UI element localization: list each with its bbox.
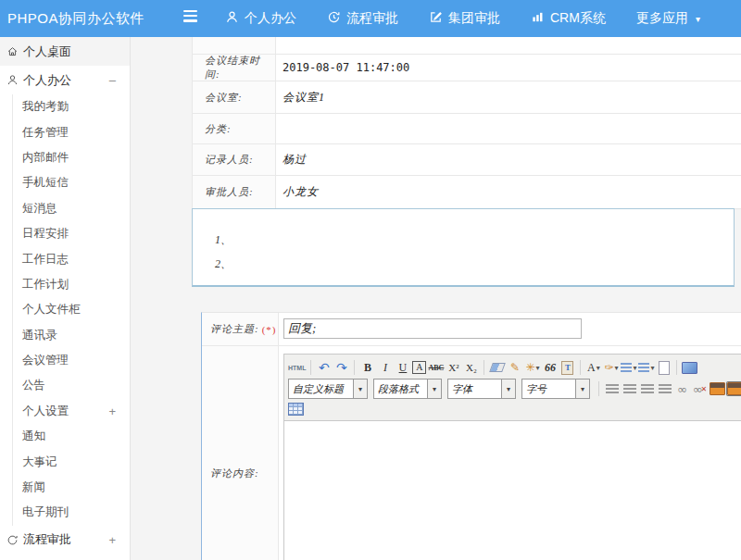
sidebar-item-personal-desktop[interactable]: 个人桌面 xyxy=(0,37,130,66)
sidebar-item-news[interactable]: 新闻 xyxy=(13,475,130,500)
nav-item-crm[interactable]: CRM系统 xyxy=(531,10,606,27)
sidebar-item-contacts[interactable]: 通讯录 xyxy=(13,323,130,348)
blockquote-button[interactable]: 66 xyxy=(542,359,558,376)
link-button[interactable]: ∞ xyxy=(674,380,690,397)
format-painter-button[interactable]: ✎ xyxy=(507,359,522,376)
subscript-button[interactable]: X₂ xyxy=(463,359,479,376)
align-left-icon xyxy=(606,384,619,394)
sidebar-item-e-journal[interactable]: 电子期刊 xyxy=(13,500,130,525)
nav-item-more-apps[interactable]: 更多应用 ▾ xyxy=(636,10,700,27)
nav-label: 个人办公 xyxy=(245,10,296,27)
ordered-list-button[interactable]: ▾ xyxy=(621,359,636,376)
expand-icon[interactable]: + xyxy=(108,533,116,547)
paste-button[interactable]: T xyxy=(559,359,575,376)
person-icon xyxy=(6,74,19,86)
align-center-button[interactable] xyxy=(622,380,637,397)
highlight-button[interactable]: ✑▾ xyxy=(603,359,619,376)
sidebar-item-my-attendance[interactable]: 我的考勤 xyxy=(13,94,130,119)
unordered-list-icon xyxy=(638,363,649,373)
sidebar-item-announcement[interactable]: 公告 xyxy=(13,373,130,398)
comment-form: 评论主题: (*) 评论内容: HTML ↶ ↷ B I U A xyxy=(201,312,741,560)
quick-style-button[interactable]: ✳▾ xyxy=(524,359,540,376)
sidebar-item-meeting-management[interactable]: 会议管理 xyxy=(13,348,130,373)
monitor-icon xyxy=(682,362,697,374)
align-justify-button[interactable] xyxy=(657,380,672,397)
minutes-line: 1、 xyxy=(215,228,734,252)
font-color-button[interactable]: A▾ xyxy=(585,359,601,376)
table-row: 记录人员: 杨过 xyxy=(193,144,741,176)
hamburger-menu-icon[interactable] xyxy=(183,10,197,22)
font-family-select[interactable]: 字体▾ xyxy=(447,379,516,399)
sidebar-item-short-message[interactable]: 短消息 xyxy=(13,196,130,221)
rich-text-editor: HTML ↶ ↷ B I U A ABC X² X₂ ✎ ✳▾ 66 xyxy=(283,354,741,560)
comment-subject-input[interactable] xyxy=(283,318,582,339)
sidebar-item-internal-mail[interactable]: 内部邮件 xyxy=(13,145,130,170)
heading-select[interactable]: 自定义标题▾ xyxy=(288,379,368,399)
row-value xyxy=(276,37,741,54)
insert-table-button[interactable] xyxy=(288,401,304,417)
italic-button[interactable]: I xyxy=(377,359,393,376)
nav-item-workflow-approval[interactable]: 流程审批 xyxy=(327,10,398,27)
expand-icon[interactable]: + xyxy=(108,404,116,418)
redo-button[interactable]: ↷ xyxy=(333,359,349,376)
sidebar-item-task-management[interactable]: 任务管理 xyxy=(13,119,130,144)
recorder-value: 杨过 xyxy=(276,144,741,175)
bold-button[interactable]: B xyxy=(359,359,375,376)
sidebar-item-memorabilia[interactable]: 大事记 xyxy=(13,449,130,474)
sidebar-item-workflow-approval[interactable]: 流程审批 + xyxy=(0,526,130,554)
fullscreen-button[interactable] xyxy=(682,359,697,376)
sidebar-item-personal-office[interactable]: 个人办公 – xyxy=(0,66,130,94)
new-page-button[interactable] xyxy=(656,359,672,376)
sidebar-item-notification[interactable]: 通知 xyxy=(13,424,130,449)
eraser-icon xyxy=(489,363,506,372)
app-logo: PHPOA协同办公软件 xyxy=(0,10,176,28)
unordered-list-button[interactable]: ▾ xyxy=(638,359,654,376)
align-right-button[interactable] xyxy=(639,380,655,397)
nav-label: 更多应用 xyxy=(636,10,688,27)
align-left-button[interactable] xyxy=(604,380,620,397)
unlink-x-icon: ✕ xyxy=(701,385,708,393)
table-row: 会议结束时间: 2019-08-07 11:47:00 xyxy=(193,55,741,81)
paragraph-format-select[interactable]: 段落格式▾ xyxy=(373,379,442,399)
sidebar-item-personal-files[interactable]: 个人文件柜 xyxy=(13,297,130,322)
sidebar-item-work-plan[interactable]: 工作计划 xyxy=(13,272,130,297)
superscript-button[interactable]: X² xyxy=(446,359,461,376)
minutes-content-box: 1、 2、 xyxy=(192,208,735,287)
caret-down-icon: ▾ xyxy=(597,364,600,372)
home-icon xyxy=(6,45,19,57)
caret-down-icon: ▾ xyxy=(501,380,515,398)
row-label: 记录人员: xyxy=(193,144,276,175)
row-label: 分类: xyxy=(193,114,276,143)
category-value xyxy=(276,114,741,143)
font-box-button[interactable]: A xyxy=(412,361,426,374)
blank-page-icon xyxy=(659,361,670,375)
sidebar-item-work-diary[interactable]: 工作日志 xyxy=(13,246,130,271)
table-icon xyxy=(288,403,304,416)
sidebar: 个人桌面 个人办公 – 我的考勤 任务管理 内部邮件 手机短信 短消息 日程安排… xyxy=(0,37,131,560)
collapse-icon[interactable]: – xyxy=(109,73,116,87)
font-size-select[interactable]: 字号▾ xyxy=(521,379,590,399)
nav-item-group-approval[interactable]: 集团审批 xyxy=(429,10,500,27)
comment-subject-row: 评论主题: (*) xyxy=(202,313,741,346)
underline-button[interactable]: U xyxy=(395,359,410,376)
editor-content-area[interactable] xyxy=(284,421,741,560)
sidebar-item-personal-settings[interactable]: 个人设置+ xyxy=(13,399,130,424)
strikethrough-button[interactable]: ABC xyxy=(428,359,444,376)
editor-toolbar-row2: 自定义标题▾ 段落格式▾ 字体▾ 字号▾ ∞ ∞✕ xyxy=(288,378,741,400)
table-row xyxy=(193,37,741,55)
caret-down-icon: ▾ xyxy=(353,380,367,398)
caret-down-icon: ▾ xyxy=(633,364,636,372)
unlink-button[interactable]: ∞✕ xyxy=(692,380,708,397)
remove-format-button[interactable] xyxy=(489,359,505,376)
row-label: 审批人员: xyxy=(193,176,276,208)
required-mark: (*) xyxy=(262,324,277,335)
html-source-button[interactable]: HTML xyxy=(288,359,306,376)
sidebar-item-schedule[interactable]: 日程安排 xyxy=(13,221,130,246)
nav-item-personal-office[interactable]: 个人办公 xyxy=(225,10,296,27)
net-image-button[interactable] xyxy=(727,380,741,397)
ordered-list-icon xyxy=(621,363,632,373)
align-center-icon xyxy=(623,384,636,394)
sidebar-item-phone-sms[interactable]: 手机短信 xyxy=(13,170,130,195)
image-button[interactable] xyxy=(710,380,725,397)
undo-button[interactable]: ↶ xyxy=(316,359,332,376)
